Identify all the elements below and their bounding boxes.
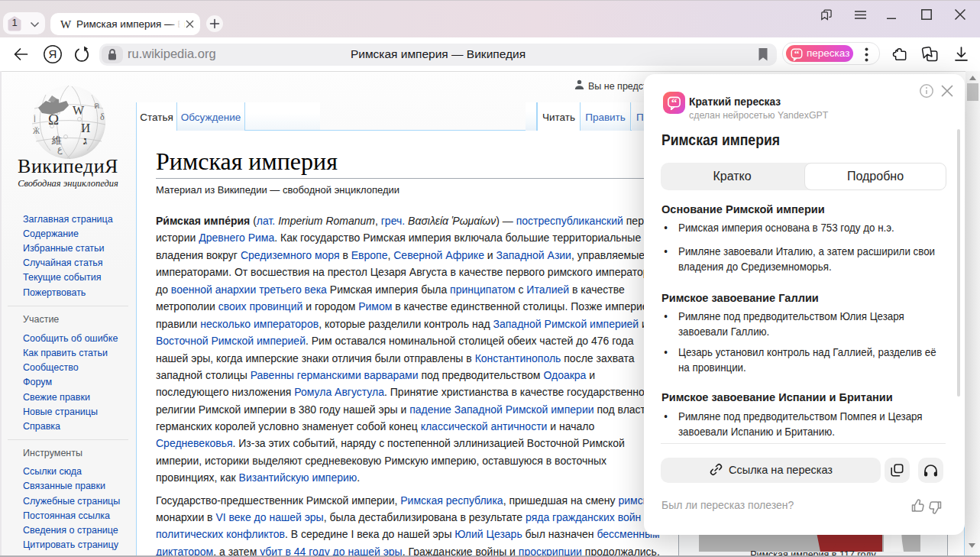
svg-text:“: “ — [671, 96, 678, 108]
svg-text:“: “ — [794, 48, 800, 60]
